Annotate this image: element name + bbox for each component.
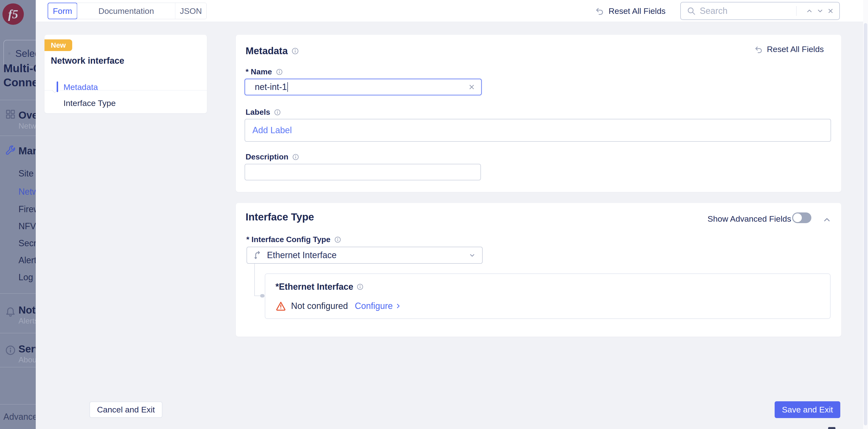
config-type-label: * Interface Config Type	[246, 235, 331, 244]
save-and-exit-button[interactable]: Save and Exit	[775, 401, 840, 418]
not-configured-status: Not configured	[291, 301, 348, 311]
sidebar-item-alerts[interactable]: Alerts	[19, 255, 36, 265]
text-caret	[287, 82, 288, 92]
sidebar-item-firewall[interactable]: Firewall	[19, 204, 36, 214]
workspace-title: Multi-Cloud Network Connect	[3, 61, 36, 90]
header-reset-all-fields-button[interactable]: Reset All Fields	[595, 0, 665, 22]
scrollbar-thumb[interactable]	[864, 23, 867, 425]
interface-type-card: Interface Type Show Advanced Fields * In…	[236, 203, 841, 337]
config-type-value: Ethernet Interface	[267, 250, 337, 260]
network-interface-form-page: Form Documentation JSON Reset All Fields…	[36, 0, 868, 429]
sidebar-divider	[0, 293, 36, 294]
card-reset-all-fields-button[interactable]: Reset All Fields	[754, 44, 824, 54]
ethernet-interface-heading: *Ethernet Interface	[276, 282, 353, 292]
notifications-subtitle: Alerts	[19, 317, 36, 326]
form-section-nav: New Network interface Metadata Interface…	[44, 35, 207, 113]
f5-logo: f5	[2, 3, 24, 25]
sidebar-item-notifications[interactable]: Notifications	[19, 304, 36, 316]
connector-line-vertical	[254, 264, 255, 296]
card-reset-label: Reset All Fields	[767, 44, 824, 54]
f5-logo-text: f5	[8, 7, 18, 21]
active-section-indicator	[57, 81, 58, 92]
info-icon[interactable]	[274, 109, 281, 116]
description-input[interactable]	[245, 164, 481, 180]
ethernet-interface-panel: *Ethernet Interface Not configured Confi…	[265, 273, 831, 319]
service-subtitle: About	[19, 355, 36, 364]
advanced-nav-toggle[interactable]: Advanced	[3, 412, 36, 422]
service-info-icon	[5, 345, 16, 356]
labels-field-label: Labels	[246, 108, 270, 117]
add-label-button[interactable]: Add Label	[252, 125, 292, 135]
info-icon[interactable]	[357, 284, 364, 290]
reset-icon	[595, 6, 605, 16]
sidebar-item-service[interactable]: Service	[19, 343, 36, 355]
show-advanced-fields-label: Show Advanced Fields	[708, 214, 791, 224]
branch-icon	[253, 250, 262, 260]
metadata-card: Metadata Reset All Fields * Name net-int…	[236, 35, 841, 192]
new-badge: New	[44, 39, 72, 51]
view-tabs: Form Documentation JSON	[48, 3, 207, 19]
sidebar-item-secrets[interactable]: Secrets Management	[19, 238, 36, 249]
chevron-down-icon	[468, 251, 476, 259]
connector-dot	[260, 294, 265, 297]
config-type-select[interactable]: Ethernet Interface	[247, 247, 483, 264]
info-icon[interactable]	[334, 236, 341, 243]
search-next-icon[interactable]	[816, 7, 824, 14]
overview-subtitle: Network overview	[19, 122, 36, 131]
tab-json[interactable]: JSON	[175, 3, 207, 19]
info-icon[interactable]	[291, 47, 299, 55]
warning-icon	[276, 301, 286, 311]
labels-input[interactable]: Add Label	[245, 119, 831, 142]
sidebar-divider	[0, 333, 36, 333]
cancel-and-exit-button[interactable]: Cancel and Exit	[90, 401, 162, 418]
search-prev-icon[interactable]	[806, 7, 813, 14]
toggle-knob	[793, 213, 802, 222]
notifications-bell-icon	[5, 306, 16, 317]
sidebar-divider	[0, 367, 36, 367]
app-sidebar-dimmed: f5 Select service Multi-Cloud Network Co…	[0, 0, 36, 429]
collapse-section-icon[interactable]	[822, 215, 832, 224]
chat-widget-sliver	[828, 427, 835, 429]
select-service-label: Select service	[15, 48, 36, 59]
form-title: Network interface	[51, 56, 124, 66]
header-reset-label: Reset All Fields	[609, 6, 665, 16]
tab-form[interactable]: Form	[48, 3, 77, 19]
search-icon	[687, 6, 696, 15]
sidebar-item-overview[interactable]: Overview	[19, 109, 36, 121]
chevron-right-icon	[395, 302, 402, 310]
nav-item-metadata[interactable]: Metadata	[63, 82, 98, 92]
description-field-label: Description	[246, 153, 288, 161]
clear-input-icon[interactable]	[468, 84, 475, 91]
nav-item-interface-type[interactable]: Interface Type	[63, 98, 116, 108]
search-box[interactable]: Search	[680, 2, 840, 20]
sidebar-item-manage[interactable]: Manage	[19, 145, 36, 157]
connector-line-horizontal	[254, 296, 261, 296]
sidebar-item-networking[interactable]: Networking	[19, 187, 36, 197]
sidebar-item-log-management[interactable]: Log Management	[19, 272, 36, 283]
sidebar-divider	[0, 404, 36, 404]
sidebar-item-site-management[interactable]: Site Management	[19, 168, 36, 179]
name-input[interactable]: net-int-1	[245, 79, 482, 95]
info-icon[interactable]	[292, 154, 299, 160]
interface-type-heading: Interface Type	[246, 211, 314, 223]
search-placeholder: Search	[700, 6, 796, 16]
show-advanced-toggle[interactable]	[792, 212, 811, 223]
overview-icon	[5, 109, 16, 120]
info-icon[interactable]	[276, 69, 283, 75]
reset-icon	[754, 45, 764, 54]
tab-documentation[interactable]: Documentation	[77, 3, 175, 19]
name-input-value: net-int-1	[255, 82, 287, 92]
search-divider	[796, 6, 797, 16]
form-page-header: Form Documentation JSON Reset All Fields…	[36, 0, 868, 22]
manage-wrench-icon	[5, 145, 16, 156]
name-field-label: * Name	[246, 67, 272, 76]
search-close-icon[interactable]	[827, 7, 834, 14]
configure-link[interactable]: Configure	[355, 301, 393, 311]
sidebar-item-nfv[interactable]: NFV	[19, 221, 36, 231]
app-grid-icon	[8, 46, 10, 61]
metadata-heading: Metadata	[246, 45, 288, 56]
